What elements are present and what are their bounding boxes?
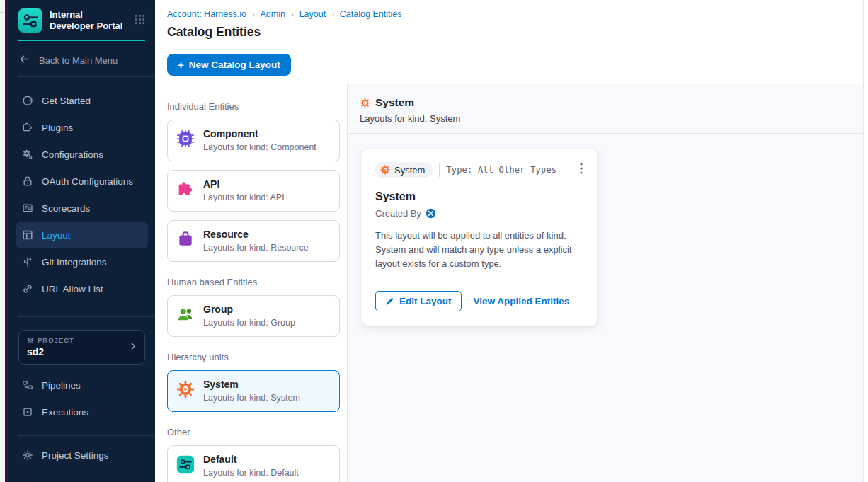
entity-card-group[interactable]: Group Layouts for kind: Group	[167, 295, 340, 337]
project-selector[interactable]: PROJECT sd2	[18, 330, 145, 365]
section-title: Individual Entities	[167, 101, 340, 112]
entity-subtitle: Layouts for kind: Resource	[203, 243, 309, 253]
scrollbar-gutter	[863, 0, 868, 482]
section-title: Human based Entities	[167, 277, 340, 287]
entity-subtitle: Layouts for kind: Default	[203, 468, 299, 478]
layout-card-description: This layout will be applied to all entit…	[375, 229, 589, 271]
nav-label: OAuth Configurations	[42, 176, 133, 187]
page-title: Catalog Entities	[167, 25, 863, 40]
nav-label: URL Allow List	[42, 284, 103, 294]
entity-subtitle: Layouts for kind: System	[203, 393, 300, 403]
entity-card-text: System Layouts for kind: System	[203, 379, 300, 403]
sidebar-item-url-allow-list[interactable]: URL Allow List	[16, 275, 148, 302]
sidebar-item-get-started[interactable]: Get Started	[16, 87, 148, 114]
main-area: Account: Harness.io › Admin › Layout › C…	[155, 0, 863, 482]
sidebar-item-executions[interactable]: Executions	[16, 398, 148, 425]
sidebar-item-project-settings[interactable]: Project Settings	[16, 442, 148, 469]
breadcrumb-catalog-entities[interactable]: Catalog Entities	[340, 9, 402, 19]
section-title: Other	[167, 427, 340, 437]
nav-label: Layout	[42, 230, 71, 241]
nav-label: Executions	[42, 407, 88, 418]
sidebar-item-oauth-configurations[interactable]: OAuth Configurations	[16, 168, 148, 195]
system-gear-icon	[360, 98, 370, 108]
created-by-label: Created By	[375, 208, 421, 219]
project-icon	[27, 337, 34, 344]
toolbar: + New Catalog Layout	[155, 45, 863, 84]
back-arrow-icon	[18, 53, 30, 67]
project-label-row: PROJECT	[27, 336, 137, 344]
project-label: PROJECT	[38, 336, 74, 344]
sidebar-item-pipelines[interactable]: Pipelines	[16, 372, 148, 398]
view-applied-entities-link[interactable]: View Applied Entities	[474, 296, 570, 306]
sidebar-item-git-integrations[interactable]: Git Integrations	[16, 248, 148, 275]
api-puzzle-icon	[176, 180, 195, 198]
layout-card-actions: Edit Layout View Applied Entities	[375, 291, 584, 311]
badge-divider	[439, 163, 440, 177]
type-text: Type: All Other Types	[446, 165, 556, 175]
entity-card-text: Resource Layouts for kind: Resource	[203, 229, 309, 253]
new-catalog-layout-button[interactable]: + New Catalog Layout	[167, 54, 291, 76]
system-gear-icon	[176, 380, 195, 398]
entity-name: Component	[203, 128, 316, 139]
app-switcher-grid-icon[interactable]	[135, 14, 145, 28]
detail-subheading: Layouts for kind: System	[360, 113, 849, 124]
kebab-menu-icon[interactable]	[578, 161, 584, 178]
layout-card-system: System Type: All Other Types System Crea…	[362, 149, 597, 326]
entity-card-default[interactable]: Default Layouts for kind: Default	[167, 445, 340, 482]
sidebar-divider	[18, 316, 155, 317]
entity-card-text: Component Layouts for kind: Component	[203, 128, 316, 152]
nav-label: Project Settings	[42, 450, 109, 461]
kind-badge: System	[375, 162, 433, 178]
logo-row: Internal Developer Portal	[8, 0, 155, 38]
breadcrumb: Account: Harness.io › Admin › Layout › C…	[167, 9, 863, 19]
section-other: Other Default Layouts for kind: Default	[167, 427, 340, 482]
pencil-icon	[385, 297, 394, 306]
breadcrumb-layout[interactable]: Layout	[299, 9, 326, 19]
entity-card-text: Default Layouts for kind: Default	[203, 454, 299, 478]
section-human-based-entities: Human based Entities Group Layouts for k…	[167, 277, 340, 337]
edit-layout-button[interactable]: Edit Layout	[375, 291, 462, 311]
product-title: Internal Developer Portal	[50, 9, 127, 33]
new-catalog-layout-label: New Catalog Layout	[189, 59, 280, 70]
created-by-row: Created By	[375, 208, 584, 219]
sidebar-item-configurations[interactable]: Configurations	[16, 141, 148, 168]
nav-label: Git Integrations	[42, 257, 107, 268]
nav-label: Pipelines	[42, 380, 81, 391]
idp-logo-icon	[18, 8, 42, 33]
default-idp-icon	[176, 455, 195, 474]
entity-name: API	[203, 178, 285, 190]
entity-name: Resource	[203, 229, 309, 240]
harness-creator-icon	[426, 208, 436, 219]
nav-label: Scorecards	[42, 203, 90, 214]
sidebar-nav: Get Started Plugins Configurations OAuth…	[8, 77, 155, 302]
entity-subtitle: Layouts for kind: Component	[203, 142, 316, 152]
breadcrumb-account[interactable]: Account: Harness.io	[167, 9, 246, 19]
entity-card-resource[interactable]: Resource Layouts for kind: Resource	[167, 220, 340, 262]
detail-panel: System Layouts for kind: System System T…	[348, 84, 863, 482]
sidebar-item-layout[interactable]: Layout	[16, 222, 148, 248]
entity-card-component[interactable]: Component Layouts for kind: Component	[167, 120, 340, 161]
layout-card-title: System	[375, 190, 584, 203]
back-to-main-menu[interactable]: Back to Main Menu	[8, 41, 155, 76]
entity-card-api[interactable]: API Layouts for kind: API	[167, 170, 340, 212]
nav-label: Get Started	[42, 96, 91, 106]
sidebar-item-plugins[interactable]: Plugins	[16, 114, 148, 141]
breadcrumb-separator: ›	[331, 10, 334, 18]
page-header: Account: Harness.io › Admin › Layout › C…	[155, 0, 863, 45]
window-edge-left	[0, 0, 5, 482]
entity-card-text: Group Layouts for kind: Group	[203, 304, 295, 328]
breadcrumb-admin[interactable]: Admin	[261, 9, 285, 19]
kind-badge-label: System	[394, 165, 425, 176]
sidebar: Internal Developer Portal Back to Main M…	[8, 0, 155, 482]
sidebar-item-scorecards[interactable]: Scorecards	[16, 195, 148, 222]
entity-card-system[interactable]: System Layouts for kind: System	[167, 370, 340, 412]
chevron-right-icon	[128, 341, 138, 354]
plus-icon: +	[178, 59, 184, 70]
detail-heading: System	[375, 96, 414, 109]
component-chip-icon	[176, 130, 195, 148]
breadcrumb-separator: ›	[291, 10, 294, 18]
breadcrumb-separator: ›	[252, 10, 255, 18]
edit-layout-label: Edit Layout	[399, 296, 452, 306]
section-hierarchy-units: Hierarchy units System Layouts for kind:…	[167, 352, 340, 412]
section-individual-entities: Individual Entities Component Layouts fo…	[167, 101, 340, 262]
